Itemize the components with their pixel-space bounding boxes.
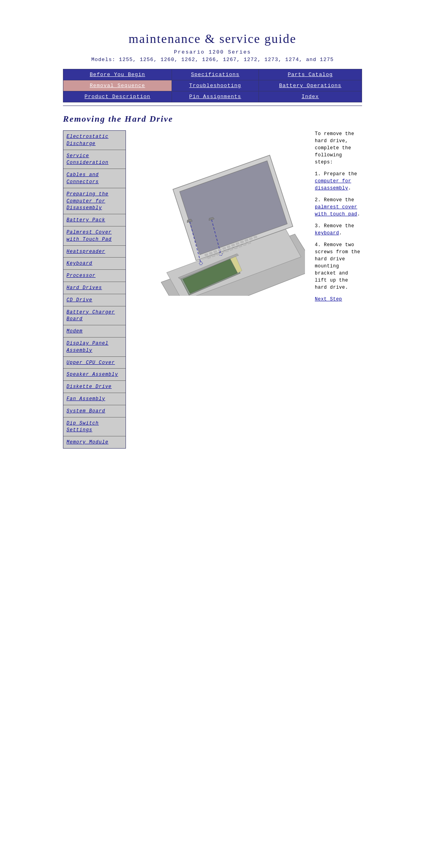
nav-link-parts-catalog[interactable]: Parts Catalog <box>288 72 333 78</box>
step-2-link[interactable]: palmrest cover with touch pad <box>315 204 357 217</box>
sidebar-link-modem[interactable]: Modem <box>67 328 83 334</box>
nav-link-product-description[interactable]: Product Description <box>85 94 150 100</box>
sidebar-item-system-board: System Board <box>63 405 126 417</box>
models-text: Models: 1255, 1256, 1260, 1262, 1266, 12… <box>63 57 362 63</box>
content-area: Electrostatic Discharge Service Consider… <box>63 130 362 449</box>
nav-link-battery-operations[interactable]: Battery Operations <box>279 83 341 89</box>
nav-cell-specifications: Specifications <box>172 69 259 80</box>
step-2-text: Remove the <box>324 197 354 203</box>
instructions-intro: To remove the hard drive, complete the f… <box>315 130 362 166</box>
sidebar-item-electrostatic: Electrostatic Discharge <box>63 131 126 150</box>
instructions-area: To remove the hard drive, complete the f… <box>315 130 362 449</box>
nav-row-3: Product Description Pin Assignments Inde… <box>63 91 362 102</box>
nav-cell-troubleshooting: Troubleshooting <box>172 80 259 91</box>
sidebar-item-processor: Processor <box>63 270 126 282</box>
sidebar-item-preparing: Preparing the Computer for Disassembly <box>63 188 126 214</box>
nav-cell-product-description: Product Description <box>63 91 172 102</box>
sidebar-link-keyboard[interactable]: Keyboard <box>67 261 92 266</box>
next-step-link[interactable]: Next Step <box>315 297 342 302</box>
sidebar-item-keyboard: Keyboard <box>63 258 126 270</box>
nav-cell-before-you-begin: Before You Begin <box>63 69 172 80</box>
nav-link-specifications[interactable]: Specifications <box>191 72 239 78</box>
sidebar-link-cables[interactable]: Cables and Connectors <box>67 172 99 185</box>
step-4-number: 4. <box>315 242 321 248</box>
step-4-text: Remove two screws from the hard drive mo… <box>315 242 360 290</box>
nav-table: Before You Begin Specifications Parts Ca… <box>63 69 362 102</box>
sidebar-item-battery-pack: Battery Pack <box>63 214 126 226</box>
sidebar-item-modem: Modem <box>63 325 126 338</box>
nav-row-2: Removal Sequence Troubleshooting Battery… <box>63 80 362 91</box>
nav-cell-index: Index <box>259 91 362 102</box>
diagram-area <box>130 130 311 449</box>
nav-cell-pin-assignments: Pin Assignments <box>172 91 259 102</box>
step-1-link[interactable]: computer for disassembly <box>315 178 351 191</box>
nav-cell-removal-sequence: Removal Sequence <box>63 80 172 91</box>
sidebar-link-diskette[interactable]: Diskette Drive <box>67 384 112 389</box>
sidebar-item-heatspreader: Heatspreader <box>63 246 126 258</box>
step-3-link[interactable]: keyboard <box>315 230 339 236</box>
sidebar-link-dip-switch[interactable]: Dip Switch Settings <box>67 421 99 433</box>
sidebar-link-memory[interactable]: Memory Module <box>67 440 109 445</box>
step-1-text: Prepare the <box>324 171 357 177</box>
sidebar-item-cd-drive: CD Drive <box>63 294 126 306</box>
main-content: To remove the hard drive, complete the f… <box>126 130 362 449</box>
sidebar-link-system-board[interactable]: System Board <box>67 408 105 414</box>
subtitle: Presario 1200 Series <box>63 49 362 55</box>
step-1-after: . <box>348 185 351 191</box>
laptop-diagram <box>136 130 305 296</box>
sidebar-link-preparing[interactable]: Preparing the Computer for Disassembly <box>67 191 109 211</box>
sidebar-link-electrostatic[interactable]: Electrostatic Discharge <box>67 134 109 147</box>
nav-row-1: Before You Begin Specifications Parts Ca… <box>63 69 362 80</box>
nav-link-index[interactable]: Index <box>301 94 319 100</box>
step-2-after: . <box>357 211 360 217</box>
sidebar-item-hard-drives: Hard Drives <box>63 282 126 294</box>
step-2-number: 2. <box>315 197 321 203</box>
sidebar-link-palmrest[interactable]: Palmrest Cover with Touch Pad <box>67 230 112 242</box>
page-heading: Removing the Hard Drive <box>63 114 362 124</box>
nav-cell-battery-operations: Battery Operations <box>259 80 362 91</box>
nav-link-removal-sequence[interactable]: Removal Sequence <box>90 83 145 89</box>
sidebar-item-dip-switch: Dip Switch Settings <box>63 417 126 437</box>
sidebar-link-battery-charger[interactable]: Battery Charger Board <box>67 310 115 322</box>
sidebar-link-cd-drive[interactable]: CD Drive <box>67 297 92 303</box>
sidebar-item-diskette: Diskette Drive <box>63 381 126 393</box>
step-3-text: Remove the <box>324 223 354 229</box>
step-2: 2. Remove the palmrest cover with touch … <box>315 197 362 218</box>
nav-link-before-you-begin[interactable]: Before You Begin <box>90 72 145 78</box>
step-3: 3. Remove the keyboard. <box>315 223 362 237</box>
step-4: 4. Remove two screws from the hard drive… <box>315 241 362 291</box>
sidebar: Electrostatic Discharge Service Consider… <box>63 130 126 449</box>
step-1: 1. Prepare the computer for disassembly. <box>315 171 362 192</box>
sidebar-item-fan: Fan Assembly <box>63 393 126 405</box>
sidebar-item-speaker: Speaker Assembly <box>63 369 126 381</box>
sidebar-item-upper-cpu: Upper CPU Cover <box>63 357 126 369</box>
sidebar-link-fan[interactable]: Fan Assembly <box>67 396 105 402</box>
sidebar-link-upper-cpu[interactable]: Upper CPU Cover <box>67 360 115 365</box>
nav-cell-parts-catalog: Parts Catalog <box>259 69 362 80</box>
sidebar-link-service[interactable]: Service Consideration <box>67 153 109 166</box>
nav-link-troubleshooting[interactable]: Troubleshooting <box>189 83 241 89</box>
sidebar-item-display-panel: Display Panel Assembly <box>63 338 126 357</box>
sidebar-item-cables: Cables and Connectors <box>63 169 126 188</box>
sidebar-link-hard-drives[interactable]: Hard Drives <box>67 285 102 291</box>
main-title: maintenance & service guide <box>63 32 362 46</box>
sidebar-item-service: Service Consideration <box>63 150 126 169</box>
sidebar-link-heatspreader[interactable]: Heatspreader <box>67 249 105 254</box>
step-1-number: 1. <box>315 171 321 177</box>
sidebar-link-battery-pack[interactable]: Battery Pack <box>67 217 105 223</box>
divider <box>63 106 362 106</box>
sidebar-item-palmrest: Palmrest Cover with Touch Pad <box>63 226 126 246</box>
sidebar-link-speaker[interactable]: Speaker Assembly <box>67 372 118 377</box>
step-3-after: . <box>339 230 342 236</box>
nav-link-pin-assignments[interactable]: Pin Assignments <box>189 94 241 100</box>
sidebar-link-processor[interactable]: Processor <box>67 273 96 278</box>
step-3-number: 3. <box>315 223 321 229</box>
next-step-container: Next Step <box>315 296 362 303</box>
sidebar-item-battery-charger: Battery Charger Board <box>63 306 126 326</box>
sidebar-link-display-panel[interactable]: Display Panel Assembly <box>67 341 109 353</box>
sidebar-item-memory: Memory Module <box>63 436 126 448</box>
